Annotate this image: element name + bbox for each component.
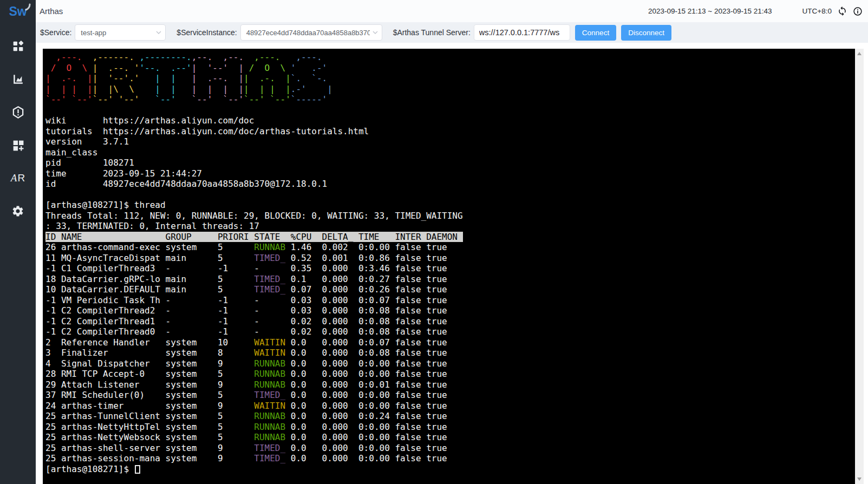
info-button[interactable] [853,6,863,16]
terminal-command-line: [arthas@108271]$ thread [45,200,856,211]
arthas-ascii-banner-line: `--' `--'`--' '--' `--' `--' `--'`--' `-… [45,94,856,105]
terminal-info-line: version 3.7.1 [45,136,856,147]
service-instance-select[interactable]: 48927ece4dd748ddaa70aa4858a8b370@ [240,24,382,41]
arthas-ascii-banner-line: ,---. ,------. ,--------.,--. ,--. ,---.… [45,52,856,63]
terminal-info-line: wiki https://arthas.aliyun.com/doc [45,115,856,126]
terminal-blank-line [45,189,856,200]
arthas-ascii-banner-line: / O \ | .--. ''--. .--'| '--' | / O \ ' … [45,63,856,74]
service-instance-label: $ServiceInstance: [177,28,237,37]
thread-table-row: 25 arthas-NettyWebsock system 5 RUNNAB 0… [45,432,856,443]
service-select-value: test-app [81,29,153,37]
alert-hexagon-icon [11,106,25,119]
marketplace-grid-plus-icon [11,139,25,152]
sidebar-item-arthas[interactable]: AR [10,171,25,186]
connect-button[interactable]: Connect [575,25,616,41]
content-column: Arthas 2023-09-15 21:13 ~ 2023-09-15 21:… [36,0,868,484]
terminal-info-line: time 2023-09-15 21:44:27 [45,168,856,179]
main-area: ,---. ,------. ,--------.,--. ,--. ,---.… [36,43,868,484]
terminal-blank-line [45,105,856,116]
thread-table-header: ID NAME GROUP PRIORI STATE %CPU DELTA_ T… [45,232,856,243]
thread-table-row: 3 Finalizer system 8 WAITIN 0.0 0.000 0:… [45,348,856,358]
refresh-icon [837,6,847,16]
tunnel-server-input[interactable] [474,24,570,41]
thread-table-row: -1 C2 CompilerThread0 - -1 - 0.02 0.000 … [45,326,856,337]
arthas-ascii-banner-line: | .-. || '--'.' | | | .--. || .-. |`. `-… [45,73,856,84]
sidebar-item-settings[interactable] [10,204,25,219]
tunnel-server-label: $Arthas Tunnel Server: [393,28,471,37]
chevron-down-icon [155,29,162,36]
thread-table-row: 25 arthas-NettyHttpTel system 5 RUNNAB 0… [45,422,856,433]
thread-table-row: 10 DataCarrier.DEFAULT main 5 TIMED_ 0.0… [45,284,856,295]
gear-icon [11,205,24,218]
arthas-ar-icon: AR [11,172,25,184]
chevron-down-icon [372,29,378,36]
toolbar: $Service: test-app $ServiceInstance: 489… [36,22,868,43]
time-range-picker[interactable]: 2023-09-15 21:13 ~ 2023-09-15 21:43 [648,7,772,15]
app-root: Sw [0,0,868,484]
skywalking-logo[interactable]: Sw [9,4,27,19]
scroll-up-arrow[interactable] [857,52,862,55]
disconnect-button[interactable]: Disconnect [621,25,671,41]
refresh-button[interactable] [837,6,847,16]
thread-table-row: 28 RMI TCP Accept-0 system 5 RUNNAB 0.0 … [45,369,856,380]
terminal-prompt-line: [arthas@108271]$ [45,464,856,475]
thread-table-row: 18 DataCarrier.gRPC-lo main 5 TIMED_ 0.1… [45,274,856,285]
thread-table-row: 11 MQ-AsyncTraceDispat main 5 TIMED_ 0.5… [45,253,856,264]
terminal-info-line: pid 108271 [45,158,856,168]
thread-table-row: 37 RMI Scheduler(0) system 5 TIMED_ 0.0 … [45,390,856,401]
chart-icon [11,73,25,86]
thread-table-row: 29 Attach Listener system 9 RUNNAB 0.0 0… [45,380,856,390]
thread-table-row: 24 arthas-timer system 9 WAITIN 0.0 0.00… [45,401,856,411]
service-instance-select-value: 48927ece4dd748ddaa70aa4858a8b370@ [246,29,370,37]
sidebar-item-marketplace[interactable] [10,138,25,153]
thread-table-row: 25 arthas-TunnelClient system 5 RUNNAB 0… [45,411,856,422]
thread-table-row: 26 arthas-command-exec system 5 RUNNAB 1… [45,242,856,253]
skywalking-logo-swoosh [25,3,32,11]
topbar: Arthas 2023-09-15 21:13 ~ 2023-09-15 21:… [36,0,868,22]
sidebar-item-dashboard[interactable] [10,38,25,54]
thread-summary-line: : 33, TERMINATED: 0, Internal threads: 1… [45,221,856,232]
topbar-right: 2023-09-15 21:13 ~ 2023-09-15 21:43 UTC+… [648,6,863,16]
terminal-info-line: main_class [45,147,856,158]
arthas-terminal[interactable]: ,---. ,------. ,--------.,--. ,--. ,---.… [43,49,856,484]
thread-summary-line: Threads Total: 112, NEW: 0, RUNNABLE: 29… [45,211,856,221]
page-title: Arthas [40,6,63,16]
dashboard-icon [11,40,25,53]
terminal-cursor [135,465,140,474]
terminal-info-line: tutorials https://arthas.aliyun.com/doc/… [45,126,856,137]
thread-table-row: -1 C2 CompilerThread2 - -1 - 0.03 0.000 … [45,305,856,316]
skywalking-logo-text: Sw [9,4,27,18]
info-icon [853,6,863,16]
thread-table-row: 25 arthas-session-mana system 9 TIMED_ 0… [45,453,856,464]
scroll-down-arrow[interactable] [857,478,862,481]
thread-table-row: -1 VM Periodic Task Th - -1 - 0.03 0.000… [45,295,856,306]
service-label: $Service: [40,28,71,37]
service-select[interactable]: test-app [75,24,166,41]
sidebar-item-metrics[interactable] [10,71,25,87]
timezone-label: UTC+8:0 [802,7,832,15]
terminal-scrollbar[interactable] [855,49,864,484]
thread-table-row: 4 Signal Dispatcher system 9 RUNNAB 0.0 … [45,358,856,369]
sidebar-nav: AR [10,38,25,219]
thread-table-row: 25 arthas-shell-server system 9 TIMED_ 0… [45,443,856,454]
arthas-ascii-banner-line: | | | || |\ \ | | | | | || | | |.-' | [45,84,856,95]
thread-table-row: -1 C2 CompilerThread1 - -1 - 0.02 0.000 … [45,316,856,327]
sidebar: Sw [0,0,36,484]
thread-table-row: 2 Reference Handler system 10 WAITIN 0.0… [45,337,856,348]
thread-table-row: -1 C1 CompilerThread3 - -1 - 0.35 0.000 … [45,263,856,274]
sidebar-item-alerting[interactable] [10,104,25,120]
terminal-info-line: id 48927ece4dd748ddaa70aa4858a8b370@172.… [45,179,856,189]
